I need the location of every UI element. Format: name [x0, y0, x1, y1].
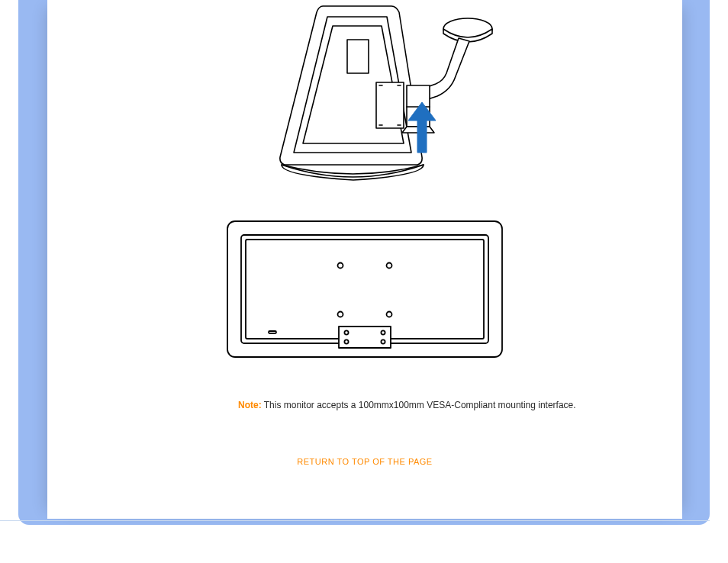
svg-point-19 — [344, 339, 348, 343]
svg-rect-21 — [269, 331, 276, 333]
svg-point-15 — [387, 312, 392, 317]
vesa-note: Note: This monitor accepts a 100mmx100mm… — [238, 400, 576, 410]
svg-point-13 — [387, 263, 392, 269]
svg-point-12 — [338, 263, 343, 269]
return-to-top-link[interactable]: RETURN TO TOP OF THE PAGE — [297, 457, 432, 466]
monitor-rear-vesa-diagram — [226, 220, 504, 362]
svg-point-14 — [338, 312, 343, 317]
svg-rect-16 — [339, 327, 391, 348]
bottom-separator — [0, 520, 710, 521]
document-page: Note: This monitor accepts a 100mmx100mm… — [47, 0, 682, 519]
svg-rect-0 — [347, 40, 369, 73]
svg-point-20 — [381, 339, 385, 343]
note-label: Note: — [238, 400, 262, 410]
monitor-base-detach-diagram — [231, 0, 498, 198]
svg-point-18 — [381, 330, 385, 334]
svg-rect-11 — [246, 240, 484, 339]
svg-rect-1 — [376, 82, 404, 128]
note-text: This monitor accepts a 100mmx100mm VESA-… — [262, 400, 576, 410]
svg-point-17 — [344, 330, 348, 334]
